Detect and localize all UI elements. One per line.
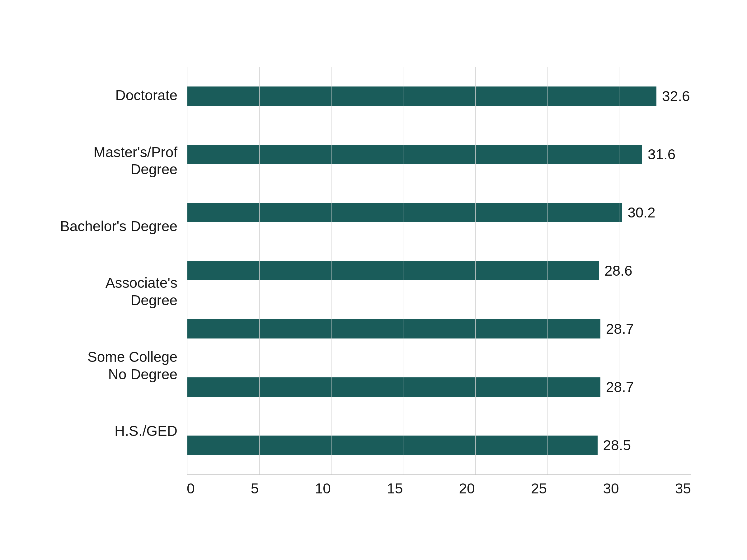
- bar-row: 30.2: [187, 183, 691, 241]
- bar-row: 28.7: [187, 358, 691, 416]
- bar: [187, 203, 622, 222]
- bar-row: 32.6: [187, 67, 691, 125]
- bars-section: DoctorateMaster's/Prof DegreeBachelor's …: [56, 67, 691, 499]
- y-label: Associate's Degree: [56, 274, 177, 309]
- x-tick-label: 20: [459, 480, 475, 497]
- x-tick-label: 25: [531, 480, 547, 497]
- chart-container: DoctorateMaster's/Prof DegreeBachelor's …: [31, 23, 716, 537]
- bars-wrapper: 32.631.630.228.628.728.728.5: [187, 67, 691, 475]
- bar-row: 28.6: [187, 241, 691, 300]
- y-label: H.S./GED: [114, 423, 177, 439]
- x-tick-label: 0: [187, 480, 195, 497]
- bar-value: 32.6: [662, 88, 690, 105]
- y-label: Master's/Prof Degree: [56, 144, 177, 178]
- y-label: Doctorate: [115, 87, 177, 104]
- bar-row: 28.5: [187, 416, 691, 475]
- x-tick-label: 30: [603, 480, 619, 497]
- bar: [187, 377, 600, 397]
- bar-value: 31.6: [648, 146, 676, 163]
- bar: [187, 435, 598, 455]
- bar-row: 31.6: [187, 125, 691, 183]
- bar-value: 28.6: [604, 262, 633, 279]
- y-label: Bachelor's Degree: [60, 218, 177, 235]
- bar-value: 28.7: [606, 379, 634, 395]
- bars-and-xaxis: 32.631.630.228.628.728.728.5 05101520253…: [187, 67, 691, 499]
- chart-area: DoctorateMaster's/Prof DegreeBachelor's …: [56, 67, 691, 499]
- x-tick-label: 10: [315, 480, 331, 497]
- bar-value: 28.5: [603, 437, 631, 454]
- y-label: Some CollegeNo Degree: [87, 348, 177, 383]
- bar: [187, 86, 656, 106]
- x-ticks: 05101520253035: [187, 475, 691, 497]
- bar: [187, 261, 599, 280]
- grid-line: [691, 67, 691, 475]
- bar: [187, 319, 600, 339]
- x-tick-label: 35: [675, 480, 691, 497]
- x-tick-label: 5: [251, 480, 259, 497]
- x-axis: 05101520253035: [187, 475, 691, 499]
- bar-row: 28.7: [187, 300, 691, 358]
- y-labels: DoctorateMaster's/Prof DegreeBachelor's …: [56, 67, 187, 499]
- x-tick-label: 15: [387, 480, 403, 497]
- bar-value: 30.2: [627, 204, 655, 221]
- bar-value: 28.7: [606, 320, 634, 337]
- bar: [187, 145, 642, 164]
